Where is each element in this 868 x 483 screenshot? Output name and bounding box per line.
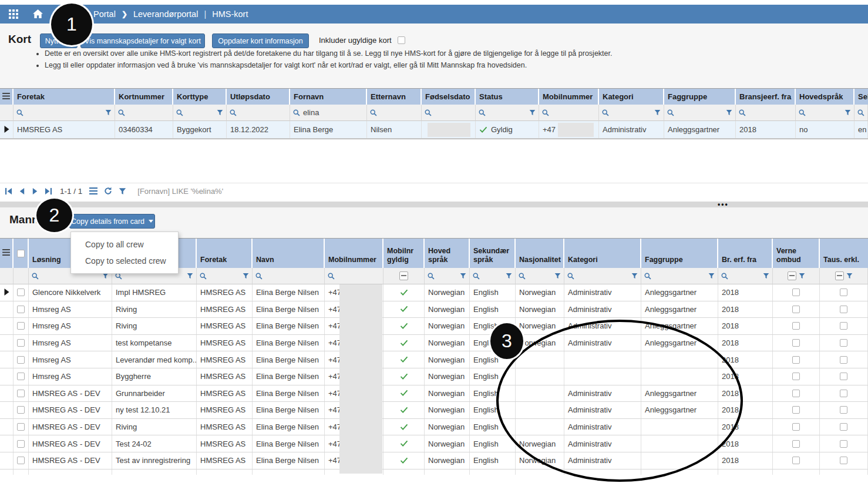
tauserkl-checkbox[interactable]	[840, 390, 847, 397]
search-icon[interactable]	[16, 109, 23, 116]
select-all-checkbox[interactable]	[17, 250, 25, 257]
row-select-checkbox[interactable]	[17, 423, 25, 431]
tauserkl-checkbox[interactable]	[840, 289, 847, 296]
tristate-filter-checkbox[interactable]	[835, 271, 844, 280]
filter-funnel-icon[interactable]	[654, 109, 661, 116]
search-icon[interactable]	[721, 273, 728, 280]
first-page-icon[interactable]	[5, 187, 12, 195]
verneombud-checkbox[interactable]	[792, 356, 800, 364]
filter-funnel-icon[interactable]	[846, 273, 853, 279]
row-select-checkbox[interactable]	[17, 440, 25, 448]
search-icon[interactable]	[542, 109, 549, 116]
tauserkl-checkbox[interactable]	[840, 339, 847, 347]
search-icon[interactable]	[519, 273, 526, 280]
table-menu-icon[interactable]	[2, 249, 10, 258]
column-header-verneombud[interactable]: Verne ombud	[773, 239, 820, 268]
search-icon[interactable]	[567, 273, 574, 280]
column-header-pointer[interactable]	[0, 239, 14, 268]
filter-cell-mobilnummer[interactable]	[325, 268, 383, 284]
filter-cell-faggruppe[interactable]	[664, 105, 736, 121]
crew-table-row[interactable]: Hmsreg ASRivingHMSREG ASElina Berge Nils…	[0, 301, 868, 318]
filter-cell-select[interactable]	[14, 268, 29, 284]
tauserkl-checkbox[interactable]	[840, 356, 847, 364]
tauserkl-checkbox[interactable]	[840, 423, 847, 431]
column-header-nasjonalitet[interactable]: Nasjonalitet	[516, 239, 564, 268]
column-header-status[interactable]: Status	[476, 89, 539, 105]
menu-item-copy-to-selected-crew[interactable]: Copy to selected crew	[71, 253, 178, 269]
search-icon[interactable]	[602, 109, 609, 116]
filter-funnel-icon[interactable]	[631, 273, 638, 279]
search-icon[interactable]	[255, 273, 263, 280]
crew-table-row[interactable]: HMSREG AS - DEVTest av innregistreringHM…	[0, 452, 868, 469]
search-icon[interactable]	[328, 273, 335, 280]
crew-table-row[interactable]: Glencore NikkelverkImpl HMSREGHMSREG ASE…	[0, 284, 868, 301]
search-icon[interactable]	[739, 109, 746, 116]
filter-funnel-icon[interactable]	[708, 273, 715, 279]
search-icon[interactable]	[667, 109, 674, 116]
filter-cell-pointer[interactable]	[0, 268, 14, 284]
column-header-fornavn[interactable]: Fornavn	[290, 89, 367, 105]
filter-cell-sek[interactable]	[854, 105, 868, 121]
filter-cell-hovedsprak[interactable]	[425, 268, 470, 284]
column-header-bransjeerf[interactable]: Bransjeerf. fra	[736, 89, 796, 105]
filter-cell-mobilnr_gyldig[interactable]	[383, 268, 425, 284]
filter-funnel-icon[interactable]	[529, 109, 536, 116]
verneombud-checkbox[interactable]	[792, 457, 800, 464]
verneombud-checkbox[interactable]	[792, 322, 800, 330]
column-header-kategori[interactable]: Kategori	[599, 89, 664, 105]
filter-funnel-icon[interactable]	[187, 273, 193, 279]
search-icon[interactable]	[230, 109, 237, 116]
card-table-row[interactable]: HMSREG AS03460334Byggekort18.12.2022Elin…	[0, 121, 868, 139]
table-menu-icon[interactable]	[2, 92, 10, 101]
search-icon[interactable]	[200, 273, 207, 280]
search-icon[interactable]	[425, 109, 432, 116]
filter-cell-faggruppe[interactable]	[641, 268, 718, 284]
show-crew-details-button[interactable]: Vis mannskapsdetaljer for valgt kort	[80, 33, 205, 48]
column-header-fodselsdato[interactable]: Fødselsdato	[422, 89, 476, 105]
filter-funnel-icon[interactable]	[506, 273, 512, 279]
last-page-icon[interactable]	[45, 187, 52, 195]
row-select-checkbox[interactable]	[17, 289, 25, 296]
filter-cell-sekundarsprak[interactable]	[470, 268, 516, 284]
apps-grid-icon[interactable]	[9, 9, 18, 21]
filter-cell-kategori[interactable]	[564, 268, 641, 284]
column-header-mobilnr_gyldig[interactable]: Mobilnr gyldig	[383, 239, 425, 268]
tauserkl-checkbox[interactable]	[840, 373, 847, 380]
crew-table-row[interactable]: HMSREG AS - DEVGrunnarbeiderHMSREG ASEli…	[0, 385, 868, 402]
column-header-select[interactable]	[14, 239, 29, 268]
column-header-sek[interactable]: Sek	[854, 89, 868, 105]
column-header-faggruppe[interactable]: Faggruppe	[641, 239, 718, 268]
filter-cell-fornavn[interactable]: elina	[290, 105, 367, 121]
verneombud-checkbox[interactable]	[792, 390, 800, 397]
verneombud-checkbox[interactable]	[792, 423, 800, 431]
filter-funnel-icon[interactable]	[217, 109, 223, 116]
filter-cell-foretak[interactable]	[14, 105, 115, 121]
filter-funnel-icon[interactable]	[554, 273, 561, 279]
crew-table-row[interactable]: Hmsreg ASByggherreHMSREG ASElina Berge N…	[0, 368, 868, 385]
filter-cell-etternavn[interactable]	[367, 105, 422, 121]
menu-item-copy-to-all-crew[interactable]: Copy to all crew	[71, 236, 178, 253]
filter-cell-utlopsdato[interactable]	[227, 105, 290, 121]
column-header-foretak[interactable]: Foretak	[14, 89, 115, 105]
filter-cell-foretak[interactable]	[197, 268, 253, 284]
column-header-brerffra[interactable]: Br. erf. fra	[718, 239, 773, 268]
crew-table-row[interactable]: Hmsreg AStest kompetanseHMSREG ASElina B…	[0, 335, 868, 352]
row-select-checkbox[interactable]	[17, 457, 25, 464]
search-icon[interactable]	[118, 109, 125, 116]
previous-page-icon[interactable]	[19, 187, 25, 195]
filter-cell-korttype[interactable]	[173, 105, 227, 121]
tauserkl-checkbox[interactable]	[840, 306, 847, 313]
column-header-tauserkl[interactable]: Taus. erkl.	[820, 239, 868, 268]
column-header-mobilnummer[interactable]: Mobilnummer	[539, 89, 599, 105]
filter-funnel-icon[interactable]	[799, 273, 805, 279]
filter-funnel-icon[interactable]	[119, 187, 126, 195]
crew-table-row[interactable]: HMSREG AS - DEVTest 24-02HMSREG ASElina …	[0, 435, 868, 452]
row-select-checkbox[interactable]	[17, 322, 25, 330]
column-header-etternavn[interactable]: Etternavn	[367, 89, 422, 105]
search-icon[interactable]	[857, 109, 864, 116]
column-header-utlopsdato[interactable]: Utløpsdato	[227, 89, 290, 105]
next-page-icon[interactable]	[32, 187, 38, 195]
tauserkl-checkbox[interactable]	[840, 322, 847, 330]
filter-cell-tauserkl[interactable]	[820, 268, 868, 284]
column-header-navn[interactable]: Navn	[253, 239, 325, 268]
